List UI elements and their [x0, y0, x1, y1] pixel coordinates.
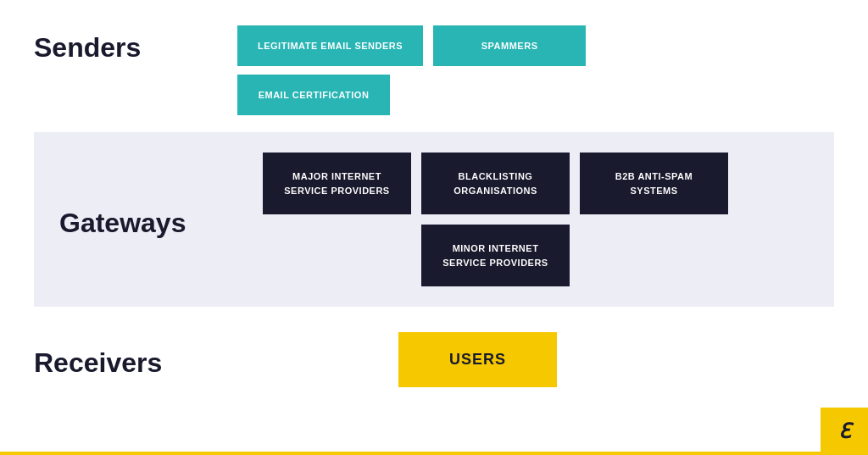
senders-label: Senders	[34, 25, 203, 64]
gateways-col-2: BLACKLISTING ORGANISATIONS MINOR INTERNE…	[421, 153, 570, 286]
receivers-boxes: USERS	[398, 332, 557, 387]
email-certification-box: EMAIL CERTIFICATION	[237, 75, 390, 115]
gateways-boxes: MAJOR INTERNET SERVICE PROVIDERS BLACKLI…	[263, 153, 728, 286]
bottom-bar	[0, 452, 821, 455]
receivers-label: Receivers	[34, 341, 203, 379]
logo-badge: Ɛ	[821, 408, 868, 455]
senders-row-1: LEGITIMATE EMAIL SENDERS SPAMMERS	[237, 25, 586, 66]
senders-boxes: LEGITIMATE EMAIL SENDERS SPAMMERS EMAIL …	[237, 25, 586, 115]
spammers-box: SPAMMERS	[433, 25, 586, 66]
legitimate-email-senders-box: LEGITIMATE EMAIL SENDERS	[237, 25, 423, 66]
b2b-antispam-box: B2B ANTI-SPAM SYSTEMS	[580, 153, 728, 214]
logo-symbol: Ɛ	[838, 419, 851, 443]
senders-section: Senders LEGITIMATE EMAIL SENDERS SPAMMER…	[34, 17, 834, 115]
receivers-section: Receivers USERS	[34, 324, 834, 396]
page-container: Senders LEGITIMATE EMAIL SENDERS SPAMMER…	[0, 0, 868, 455]
senders-row-2: EMAIL CERTIFICATION	[237, 75, 586, 115]
minor-isp-box: MINOR INTERNET SERVICE PROVIDERS	[421, 225, 570, 286]
gateways-section: Gateways MAJOR INTERNET SERVICE PROVIDER…	[34, 132, 834, 307]
users-box: USERS	[398, 332, 557, 387]
blacklisting-box: BLACKLISTING ORGANISATIONS	[421, 153, 570, 214]
gateways-label: Gateways	[59, 201, 229, 239]
major-isp-box: MAJOR INTERNET SERVICE PROVIDERS	[263, 153, 411, 214]
